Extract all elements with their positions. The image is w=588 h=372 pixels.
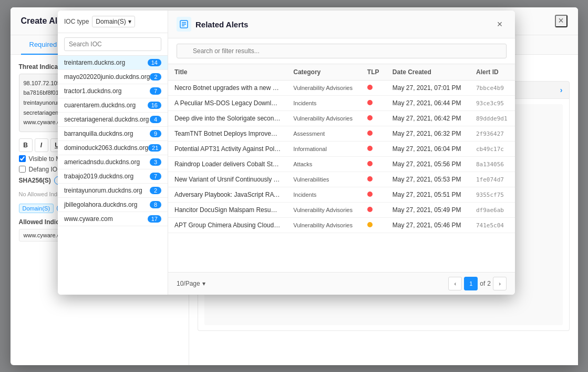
- row-title: Adversary Playbook: JavaScript RAT T...: [168, 187, 287, 203]
- row-date: May 27, 2021, 06:42 PM: [386, 111, 470, 126]
- row-alert-id: 7bbce4b9: [470, 81, 515, 96]
- ioc-item[interactable]: cuarentarem.duckdns.org 16: [58, 98, 168, 113]
- ioc-type-select-secondary[interactable]: Domain(S) ▾: [92, 16, 135, 27]
- row-title: Deep dive into the Solorigate second-...: [168, 111, 287, 126]
- alerts-panel: Related Alerts × Title Category TLP: [168, 11, 515, 295]
- ioc-item-name: jbillegolahora.duckdns.org: [64, 201, 150, 208]
- row-title: APT Group Chimera Abusing Cloud Se...: [168, 218, 287, 233]
- ioc-item-count: 21: [148, 144, 161, 152]
- tlp-dot: [367, 207, 373, 212]
- col-category: Category: [287, 64, 361, 81]
- row-tlp: [361, 142, 386, 157]
- table-row[interactable]: APT Group Chimera Abusing Cloud Se... Vu…: [168, 218, 515, 233]
- search-ioc-input[interactable]: [64, 37, 161, 51]
- row-category: Incidents: [287, 96, 361, 111]
- row-title: New Variant of Ursnif Continuously T...: [168, 172, 287, 187]
- alerts-data-table: Title Category TLP Date Created Alert ID…: [168, 64, 515, 233]
- alerts-panel-title: Related Alerts: [195, 20, 248, 29]
- table-row[interactable]: Potential APT31 Activity Against Politi.…: [168, 142, 515, 157]
- ioc-list: treintarem.duckns.org 14 mayo202020junio…: [58, 56, 168, 295]
- table-row[interactable]: Adversary Playbook: JavaScript RAT T... …: [168, 187, 515, 203]
- tlp-dot: [367, 176, 373, 182]
- ioc-item[interactable]: tractor1.duckdns.org 7: [58, 84, 168, 98]
- row-tlp: [361, 126, 386, 142]
- row-alert-id: 89ddde9d1: [470, 111, 515, 126]
- row-alert-id: 2f936427: [470, 126, 515, 142]
- ioc-item[interactable]: www.cyware.com 17: [58, 212, 168, 226]
- row-tlp: [361, 187, 386, 203]
- ioc-item-count: 2: [150, 187, 161, 194]
- row-alert-id: 93ce3c95: [470, 96, 515, 111]
- page-size-chevron-icon: ▾: [202, 280, 205, 287]
- tlp-dot: [367, 146, 373, 151]
- row-alert-id: 741e5c04: [470, 218, 515, 233]
- row-tlp: [361, 203, 386, 218]
- table-row[interactable]: Raindrop Loader delivers Cobalt Strik...…: [168, 157, 515, 172]
- table-row[interactable]: A Peculiar MS-DOS Legacy Download... Inc…: [168, 96, 515, 111]
- ioc-type-value: Domain(S): [96, 18, 126, 25]
- ioc-item-name: americadnsdu.duckdns.org: [64, 158, 150, 166]
- bold-button[interactable]: B: [19, 138, 33, 152]
- next-page-button[interactable]: ›: [493, 277, 507, 290]
- ioc-item[interactable]: treintarem.duckns.org 14: [58, 56, 168, 70]
- secondary-modal-close-button[interactable]: ×: [493, 17, 507, 31]
- pagination: ‹ 1 of 2 ›: [448, 277, 507, 290]
- row-alert-id: 1fe074d7: [470, 172, 515, 187]
- modal-backdrop: Create Alert × Required Additional Threa…: [0, 0, 588, 372]
- ioc-type-label-secondary: IOC type: [64, 18, 89, 25]
- alerts-table: Title Category TLP Date Created Alert ID…: [168, 64, 515, 272]
- row-category: Incidents: [287, 187, 361, 203]
- table-row[interactable]: Deep dive into the Solorigate second-...…: [168, 111, 515, 126]
- ioc-panel: IOC type Domain(S) ▾ treintarem.duckns.o…: [58, 11, 168, 295]
- alerts-search-input[interactable]: [177, 44, 507, 58]
- search-ioc-container: [58, 33, 168, 56]
- row-category: Vulnerability Advisories: [287, 81, 361, 96]
- of-label: of: [480, 280, 485, 287]
- main-modal-close-button[interactable]: ×: [555, 15, 568, 27]
- row-date: May 27, 2021, 06:44 PM: [386, 96, 470, 111]
- table-row[interactable]: Necro Botnet upgrades with a new ve... V…: [168, 81, 515, 96]
- row-title: Potential APT31 Activity Against Politi.…: [168, 142, 287, 157]
- ioc-item-name: tractor1.duckdns.org: [64, 87, 150, 95]
- row-tlp: [361, 81, 386, 96]
- ioc-item[interactable]: secretariageneral.duckdns.org 4: [58, 113, 168, 127]
- prev-page-button[interactable]: ‹: [448, 277, 462, 290]
- row-alert-id: 9355cf75: [470, 187, 515, 203]
- ioc-item-name: mayo202020junio.duckdns.org: [64, 73, 150, 81]
- ioc-item[interactable]: treintayunorum.duckdns.org 2: [58, 184, 168, 198]
- row-date: May 27, 2021, 06:32 PM: [386, 126, 470, 142]
- row-alert-id: 8a134056: [470, 157, 515, 172]
- table-row[interactable]: TeamTNT Botnet Deploys Improved C... Ass…: [168, 126, 515, 142]
- table-row[interactable]: New Variant of Ursnif Continuously T... …: [168, 172, 515, 187]
- row-tlp: [361, 218, 386, 233]
- ioc-item-count: 7: [150, 173, 161, 180]
- row-tlp: [361, 111, 386, 126]
- italic-button[interactable]: I: [35, 138, 48, 152]
- row-category: Attacks: [287, 157, 361, 172]
- row-tlp: [361, 172, 386, 187]
- ioc-item[interactable]: jbillegolahora.duckdns.org 8: [58, 198, 168, 212]
- ioc-item-count: 2: [150, 73, 161, 81]
- tlp-dot: [367, 222, 373, 227]
- table-header: Title Category TLP Date Created Alert ID: [168, 64, 515, 81]
- ioc-item[interactable]: dominoduck2063.duckdns.org 21: [58, 141, 168, 155]
- row-category: Informational: [287, 142, 361, 157]
- ioc-item[interactable]: trabajo2019.duckdns.org 7: [58, 169, 168, 184]
- visible-to-members-checkbox[interactable]: [19, 155, 26, 162]
- table-row[interactable]: Hancitor DocuSign Malspam Resume... Vuln…: [168, 203, 515, 218]
- ioc-item[interactable]: americadnsdu.duckdns.org 3: [58, 155, 168, 169]
- ioc-item[interactable]: mayo202020junio.duckdns.org 2: [58, 70, 168, 84]
- ioc-item-name: dominoduck2063.duckdns.org: [64, 144, 148, 152]
- ioc-item[interactable]: barranquilla.duckdns.org 9: [58, 127, 168, 141]
- row-title: Raindrop Loader delivers Cobalt Strik...: [168, 157, 287, 172]
- row-tlp: [361, 96, 386, 111]
- page-1-button[interactable]: 1: [464, 277, 478, 290]
- ioc-item-name: cuarentarem.duckdns.org: [64, 102, 148, 109]
- page-size-selector[interactable]: 10/Page ▾: [177, 280, 205, 287]
- sha-label: SHA256(S): [19, 177, 51, 184]
- tlp-dot: [367, 115, 373, 120]
- defang-ioc-checkbox[interactable]: [19, 166, 26, 173]
- row-date: May 27, 2021, 05:53 PM: [386, 172, 470, 187]
- row-date: May 27, 2021, 05:51 PM: [386, 187, 470, 203]
- enriched-data-expand-icon[interactable]: ›: [560, 86, 563, 94]
